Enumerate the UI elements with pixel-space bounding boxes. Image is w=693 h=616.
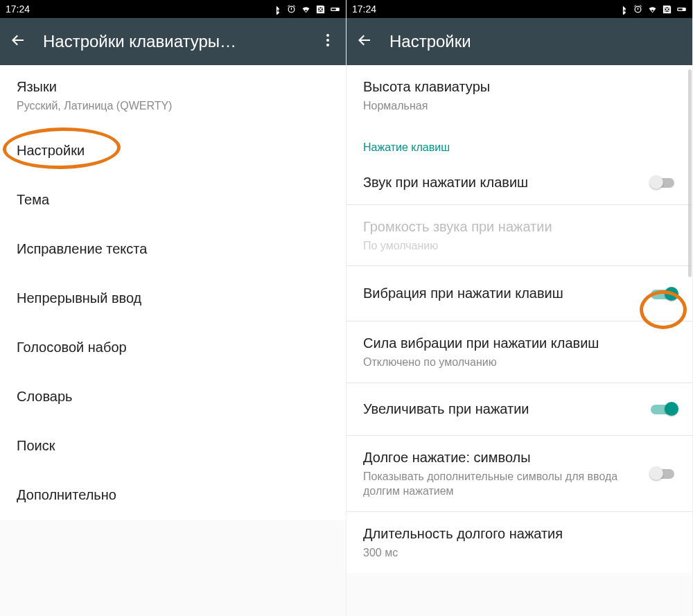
item-subtitle: Показывать дополнительные символы для вв… — [363, 469, 637, 499]
item-title: Словарь — [17, 387, 329, 406]
item-subtitle: Отключено по умолчанию — [363, 355, 676, 370]
svg-point-0 — [326, 34, 329, 37]
section-header-keypress: Нажатие клавиш — [346, 126, 692, 161]
list-item-theme[interactable]: Тема — [0, 175, 346, 225]
back-button[interactable] — [10, 32, 26, 51]
svg-point-1 — [326, 39, 329, 42]
list-item-keyboard-height[interactable]: Высота клавиатуры Нормальная — [346, 65, 692, 126]
item-title: Непрерывный ввод — [17, 289, 329, 308]
item-subtitle: Нормальная — [363, 98, 676, 114]
toggle-vibrate[interactable] — [651, 287, 677, 301]
alarm-icon — [633, 4, 643, 15]
wifi-icon — [301, 4, 311, 15]
item-title: Долгое нажатие: символы — [363, 448, 637, 467]
list-item-vibration-strength[interactable]: Сила вибрации при нажатии клавиш Отключе… — [346, 322, 692, 382]
status-bar: 17:24 — [346, 0, 692, 18]
list-item-vibrate-on-keypress[interactable]: Вибрация при нажатии клавиш — [346, 266, 692, 321]
bluetooth-icon — [618, 4, 629, 15]
status-bar: 17:24 — [0, 0, 346, 18]
back-arrow-icon — [10, 32, 26, 49]
status-icons — [272, 4, 340, 15]
list-item-text-correction[interactable]: Исправление текста — [0, 225, 346, 274]
item-subtitle: 300 мс — [363, 545, 676, 561]
item-title: Настройки — [17, 141, 329, 160]
no-sim-icon — [315, 4, 326, 15]
wifi-icon — [647, 4, 658, 15]
settings-list-left: Языки Русский, Латиница (QWERTY) Настрой… — [0, 65, 346, 520]
no-sim-icon — [662, 4, 672, 15]
item-title: Громкость звука при нажатии — [363, 218, 676, 236]
list-item-long-press-delay[interactable]: Длительность долгого нажатия 300 мс — [346, 512, 692, 573]
toggle-long-press-symbols[interactable] — [651, 466, 677, 480]
item-title: Языки — [17, 78, 329, 96]
phone-left: 17:24 Настройки клавиатуры… Языки Русски… — [0, 0, 346, 616]
phone-right: 17:24 Настройки Высота клавиатуры Нормал… — [346, 0, 693, 616]
bluetooth-icon — [272, 4, 282, 15]
appbar-title: Настройки клавиатуры… — [43, 32, 303, 51]
item-title: Тема — [17, 191, 329, 209]
item-title: Длительность долгого нажатия — [363, 525, 676, 543]
toggle-popup[interactable] — [651, 402, 677, 416]
item-title: Дополнительно — [17, 486, 329, 504]
alarm-icon — [286, 4, 297, 15]
item-title: Поиск — [17, 437, 329, 455]
battery-icon — [330, 4, 340, 15]
item-title: Высота клавиатуры — [363, 78, 676, 96]
appbar-left: Настройки клавиатуры… — [0, 18, 346, 65]
more-vert-icon — [319, 32, 336, 49]
list-item-sound-on-keypress[interactable]: Звук при нажатии клавиш — [346, 161, 692, 204]
toggle-sound[interactable] — [651, 175, 677, 189]
item-title: Звук при нажатии клавиш — [363, 173, 637, 192]
list-item-sound-volume: Громкость звука при нажатии По умолчанию — [346, 205, 692, 266]
battery-icon — [676, 4, 687, 15]
list-item-long-press-symbols[interactable]: Долгое нажатие: символы Показывать допол… — [346, 436, 692, 511]
list-item-advanced[interactable]: Дополнительно — [0, 470, 346, 520]
list-item-popup-on-keypress[interactable]: Увеличивать при нажатии — [346, 383, 692, 435]
status-icons — [618, 4, 687, 15]
list-item-gesture-typing[interactable]: Непрерывный ввод — [0, 274, 346, 323]
list-item-dictionary[interactable]: Словарь — [0, 372, 346, 421]
appbar-right: Настройки — [346, 18, 692, 65]
item-title: Сила вибрации при нажатии клавиш — [363, 334, 676, 353]
list-item-settings[interactable]: Настройки — [0, 126, 346, 175]
item-title: Голосовой набор — [17, 338, 329, 357]
list-item-languages[interactable]: Языки Русский, Латиница (QWERTY) — [0, 65, 346, 126]
svg-point-2 — [326, 44, 329, 46]
scrollbar[interactable] — [688, 69, 692, 277]
overflow-menu-button[interactable] — [319, 32, 336, 51]
back-button[interactable] — [356, 32, 373, 51]
appbar-title: Настройки — [389, 32, 683, 51]
item-subtitle: Русский, Латиница (QWERTY) — [17, 98, 329, 114]
list-item-search[interactable]: Поиск — [0, 421, 346, 470]
back-arrow-icon — [356, 32, 373, 49]
status-time: 17:24 — [352, 3, 376, 15]
list-item-voice-typing[interactable]: Голосовой набор — [0, 323, 346, 372]
item-title: Исправление текста — [17, 240, 329, 258]
settings-list-right[interactable]: Высота клавиатуры Нормальная Нажатие кла… — [346, 65, 692, 573]
item-title: Увеличивать при нажатии — [363, 400, 637, 419]
status-time: 17:24 — [6, 3, 30, 15]
item-subtitle: По умолчанию — [363, 238, 676, 254]
item-title: Вибрация при нажатии клавиш — [363, 284, 637, 303]
